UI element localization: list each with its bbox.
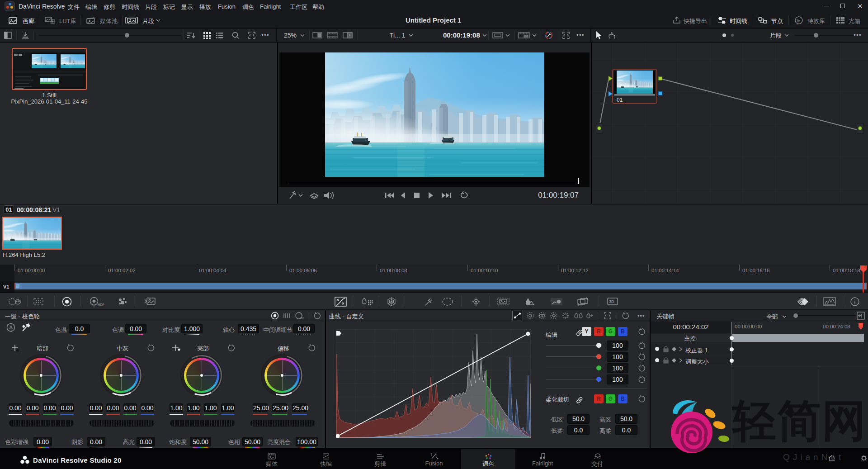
svg-text:3D: 3D — [609, 299, 614, 304]
svg-text:HQ: HQ — [524, 35, 528, 38]
svg-text:fx: fx — [797, 19, 801, 23]
svg-text:A: A — [9, 325, 13, 330]
svg-text:HDR: HDR — [98, 303, 104, 307]
svg-text:LUT: LUT — [300, 317, 304, 319]
